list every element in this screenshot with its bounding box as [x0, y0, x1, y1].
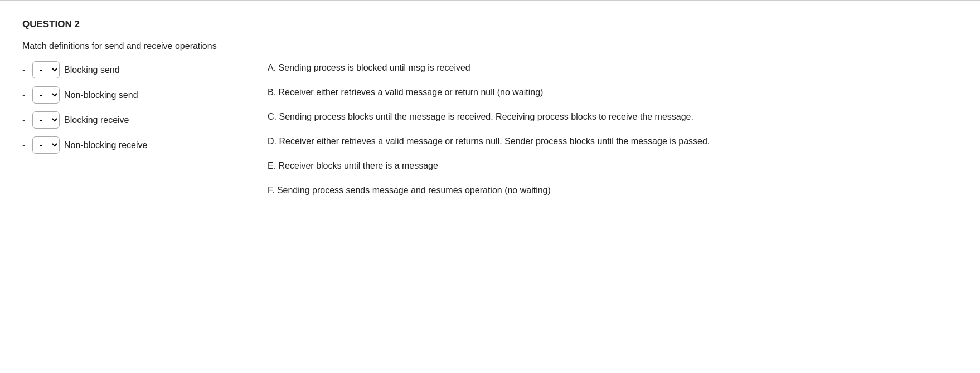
- definition-text-5: Sending process sends message and resume…: [277, 185, 551, 195]
- definition-key-0: A.: [268, 63, 279, 72]
- match-text-0: Blocking send: [64, 65, 120, 75]
- question-container: QUESTION 2 Match definitions for send an…: [0, 1, 980, 226]
- definition-key-3: D.: [268, 136, 279, 146]
- dash-label-1: -: [22, 90, 28, 100]
- definition-item-5: F. Sending process sends message and res…: [268, 184, 958, 197]
- definition-key-2: C.: [268, 112, 279, 121]
- definition-key-4: E.: [268, 161, 279, 170]
- definition-item-3: D. Receiver either retrieves a valid mes…: [268, 135, 958, 148]
- definition-item-1: B. Receiver either retrieves a valid mes…: [268, 86, 958, 99]
- match-select-0[interactable]: -ABCDEF: [32, 61, 60, 78]
- definition-text-0: Sending process is blocked until msg is …: [279, 63, 470, 72]
- dash-label-2: -: [22, 115, 28, 125]
- definition-item-0: A. Sending process is blocked until msg …: [268, 61, 958, 75]
- left-column: --ABCDEFBlocking send--ABCDEFNon-blockin…: [22, 61, 234, 161]
- definition-key-1: B.: [268, 87, 279, 97]
- definition-text-3: Receiver either retrieves a valid messag…: [279, 136, 710, 146]
- definition-item-4: E. Receiver blocks until there is a mess…: [268, 159, 958, 173]
- match-select-3[interactable]: -ABCDEF: [32, 136, 60, 154]
- match-item-2: --ABCDEFBlocking receive: [22, 111, 234, 129]
- definition-text-1: Receiver either retrieves a valid messag…: [279, 87, 544, 97]
- right-column: A. Sending process is blocked until msg …: [268, 61, 958, 208]
- match-select-2[interactable]: -ABCDEF: [32, 111, 60, 129]
- match-item-1: --ABCDEFNon-blocking send: [22, 86, 234, 104]
- match-text-3: Non-blocking receive: [64, 140, 147, 150]
- content-layout: --ABCDEFBlocking send--ABCDEFNon-blockin…: [22, 61, 958, 208]
- match-text-2: Blocking receive: [64, 115, 129, 125]
- question-number: QUESTION 2: [22, 19, 958, 30]
- question-instruction: Match definitions for send and receive o…: [22, 41, 958, 51]
- definition-key-5: F.: [268, 185, 277, 195]
- match-select-1[interactable]: -ABCDEF: [32, 86, 60, 104]
- definition-text-4: Receiver blocks until there is a message: [279, 161, 438, 170]
- dash-label-0: -: [22, 65, 28, 75]
- dash-label-3: -: [22, 140, 28, 150]
- definition-item-2: C. Sending process blocks until the mess…: [268, 110, 958, 124]
- match-item-0: --ABCDEFBlocking send: [22, 61, 234, 78]
- match-text-1: Non-blocking send: [64, 90, 138, 100]
- match-item-3: --ABCDEFNon-blocking receive: [22, 136, 234, 154]
- definition-text-2: Sending process blocks until the message…: [279, 112, 693, 121]
